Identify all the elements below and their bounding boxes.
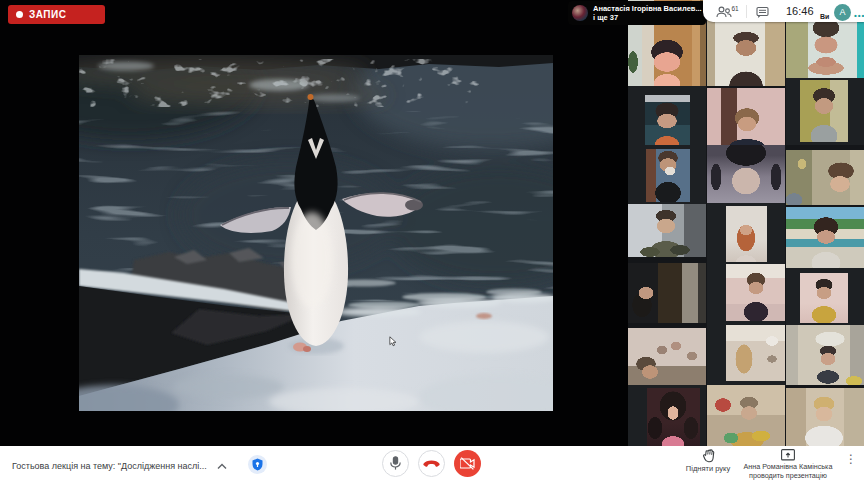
svg-text:61: 61: [732, 5, 740, 12]
